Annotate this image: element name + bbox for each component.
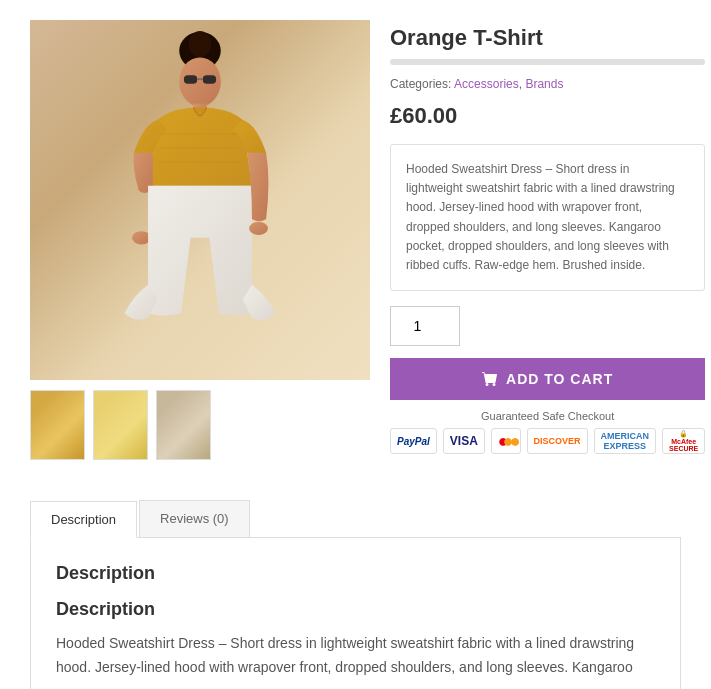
cart-icon: [482, 371, 498, 387]
product-title: Orange T-Shirt: [390, 25, 705, 51]
category-accessories[interactable]: Accessories: [454, 77, 519, 91]
tabs-section: Description Reviews (0) Description Desc…: [0, 480, 711, 689]
product-images: [30, 20, 370, 460]
svg-point-1: [189, 31, 212, 57]
payment-icons: PayPal VISA ●● DISCOVER AMERICAN EXPRESS…: [390, 428, 705, 454]
rating-bar: [390, 59, 705, 65]
thumbnail-2[interactable]: [93, 390, 148, 460]
main-image-placeholder: [30, 20, 370, 380]
visa-icon: VISA: [443, 428, 485, 454]
product-illustration: [100, 30, 300, 370]
tab-description[interactable]: Description: [30, 501, 137, 538]
amex-icon: AMERICAN EXPRESS: [594, 428, 657, 454]
add-to-cart-label: ADD TO CART: [506, 371, 613, 387]
mastercard-icon: ●●: [491, 428, 521, 454]
thumbnail-1[interactable]: [30, 390, 85, 460]
product-price: £60.00: [390, 103, 705, 129]
safe-checkout-section: Guaranteed Safe Checkout PayPal VISA ●● …: [390, 410, 705, 454]
discover-icon: DISCOVER: [527, 428, 588, 454]
quantity-wrapper: [390, 306, 705, 358]
categories: Categories: Accessories, Brands: [390, 77, 705, 91]
tab-content-description: Description Description Hooded Sweatshir…: [30, 538, 681, 689]
product-description-box: Hooded Sweatshirt Dress – Short dress in…: [390, 144, 705, 291]
add-to-cart-button[interactable]: ADD TO CART: [390, 358, 705, 400]
main-product-image: [30, 20, 370, 380]
tab-reviews[interactable]: Reviews (0): [139, 500, 250, 537]
mcafee-icon: 🔒 McAfeeSECURE: [662, 428, 705, 454]
product-section: Orange T-Shirt Categories: Accessories, …: [0, 0, 711, 480]
categories-label: Categories:: [390, 77, 451, 91]
tab-heading-2: Description: [56, 599, 655, 620]
product-short-description: Hooded Sweatshirt Dress – Short dress in…: [406, 162, 675, 272]
thumbnails: [30, 390, 370, 460]
thumbnail-3[interactable]: [156, 390, 211, 460]
product-info: Orange T-Shirt Categories: Accessories, …: [390, 20, 705, 460]
svg-rect-3: [184, 75, 197, 84]
tab-body-text: Hooded Sweatshirt Dress – Short dress in…: [56, 632, 655, 680]
svg-rect-4: [203, 75, 216, 84]
paypal-icon: PayPal: [390, 428, 437, 454]
tabs-bar: Description Reviews (0): [30, 500, 681, 538]
quantity-input[interactable]: [390, 306, 460, 346]
category-brands[interactable]: Brands: [525, 77, 563, 91]
tab-heading-1: Description: [56, 563, 655, 584]
safe-checkout-title: Guaranteed Safe Checkout: [390, 410, 705, 422]
svg-point-11: [249, 222, 268, 235]
